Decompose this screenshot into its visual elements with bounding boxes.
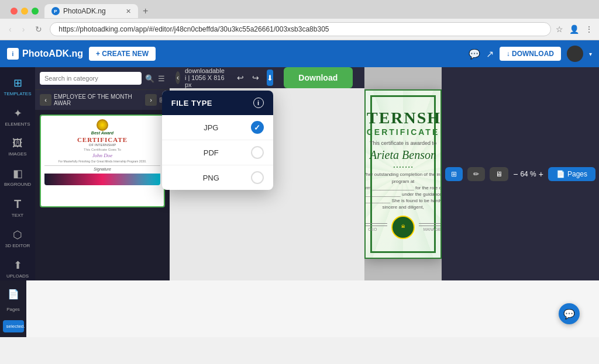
address-text: https://photoadking.com/app/#/editor/j48… [58,25,329,33]
manager-label: MANAGER [419,226,442,231]
cert-title: INTERNSHIP [364,109,442,127]
draw-button[interactable]: ✏ [467,167,485,181]
tab-favicon: P [51,7,60,15]
active-tab[interactable]: P PhotoADK.ng ✕ [44,4,138,18]
text-icon: T [14,197,21,211]
sidebar-item-images[interactable]: 🖼 IMAGES [0,133,35,161]
header-download-button[interactable]: ↓ DOWNLOAD [500,47,561,61]
maximize-dot[interactable] [32,8,39,15]
list-view-button[interactable]: ☰ [158,74,165,83]
tab-close-button[interactable]: ✕ [126,8,131,15]
uploads-icon: ⬆ [13,259,22,272]
pdf-option[interactable]: PDF [162,140,273,165]
minimize-dot[interactable] [21,8,28,15]
sidebar-item-elements[interactable]: ✦ ELEMENTS [0,102,35,131]
sidebar-item-uploads[interactable]: ⬆ UPLOADS [0,254,35,280]
images-icon: 🖼 [12,137,23,150]
canvas-main: INTERNSHIP CERTIFICATE This certificate … [364,67,442,280]
certificate-canvas[interactable]: INTERNSHIP CERTIFICATE This certificate … [364,89,442,259]
elements-icon: ✦ [13,107,22,120]
zoom-in-button[interactable]: + [539,169,543,179]
bookmark-icon[interactable]: ☆ [556,25,563,34]
undo-button[interactable]: ↩ [234,72,247,84]
account-icon[interactable]: 👤 [569,25,579,34]
right-panel: 📄 Pages selected. [0,280,26,337]
close-dot[interactable] [11,8,18,15]
social-share-icon[interactable]: ↗ [486,48,494,60]
template-card-1[interactable]: Best Award CERTIFICATE OF INTERNSHIP Thi… [40,115,165,207]
sidebar-item-text[interactable]: T TEXT [0,193,35,223]
ceo-label: CEO [364,226,387,231]
category-next-button[interactable]: › [145,94,157,106]
file-type-label: FILE TYPE [171,99,212,108]
download-canvas-icon: ⬇ [267,74,273,82]
category-prev-button[interactable]: ‹ [40,94,51,106]
logo-icon: i [7,48,19,60]
sidebar: ⊞ TEMPLATES ✦ ELEMENTS 🖼 IMAGES ◧ BKGROU… [0,67,35,280]
address-bar[interactable]: https://photoadking.com/app/#/editor/j48… [50,22,551,36]
background-icon: ◧ [13,167,23,180]
redo-button[interactable]: ↪ [249,72,262,84]
pdf-radio[interactable] [251,146,264,159]
forward-button[interactable]: › [19,23,28,35]
canvas-info: downloadable i | 1056 X 816 px [185,67,225,88]
chat-icon: 💬 [563,308,575,320]
reload-button[interactable]: ↻ [32,23,45,35]
logo-text: PhotoADK.ng [22,48,83,59]
3d-editor-icon: ⬡ [13,228,22,241]
right-panel-pages-icon[interactable]: 📄 [4,285,23,303]
new-tab-button[interactable]: + [138,4,153,19]
app-logo: i PhotoADK.ng [7,48,83,60]
cert-body1: For him/her outstanding completion of th… [364,171,442,210]
category-label: EMPLOYEE OF THE MONTH AWAR [54,93,143,106]
grid-view-button[interactable]: ⊞ [445,167,463,181]
zoom-level: 64 % [520,170,536,178]
dropdown-download-button[interactable]: Download [284,67,353,88]
cert-divider: • • • • • • • [364,164,442,169]
cert-awarded-to: This certificate is awarded to [364,140,442,146]
cert-recipient: Arieta Benson [364,148,442,162]
canvas-bottom-toolbar: ⊞ ✏ 🖥 − 64 % + 📄 Pages [442,67,599,280]
left-panel: 🔍 ☰ ‹ EMPLOYEE OF THE MONTH AWAR › ⊞ Bes… [35,67,170,280]
png-radio[interactable] [251,171,264,184]
search-input[interactable] [40,72,142,85]
zoom-out-button[interactable]: − [513,169,518,179]
avatar-dropdown-arrow[interactable]: ▾ [589,51,592,57]
right-panel-pages-label: Pages [6,307,20,312]
dropdown-header: FILE TYPE i [162,91,273,115]
sidebar-item-3d-editor[interactable]: ⬡ 3D EDITOR [0,224,35,253]
jpg-radio[interactable]: ✓ [251,121,264,134]
templates-icon: ⊞ [13,77,22,89]
sidebar-item-templates[interactable]: ⊞ TEMPLATES [0,72,35,101]
info-icon[interactable]: i [253,98,264,108]
cert-footer: CEO 🏛 MANAGER [364,216,442,239]
monitor-button[interactable]: 🖥 [490,167,508,181]
pages-button[interactable]: 📄 Pages [548,167,595,181]
sidebar-item-background[interactable]: ◧ BKGROUND [0,162,35,192]
chat-bubble-button[interactable]: 💬 [559,303,580,324]
page-icon: 📄 [556,170,565,178]
share-icon[interactable]: 💬 [469,48,480,60]
canvas-download-button[interactable]: ⬇ FILE TYPE i JPG ✓ [267,70,273,86]
back-button[interactable]: ‹ [6,23,15,35]
jpg-option[interactable]: JPG ✓ [162,115,273,140]
png-option[interactable]: PNG [162,165,273,190]
user-avatar[interactable] [567,46,583,62]
canvas-area: ‹ downloadable i | 1056 X 816 px ↩ ↪ ⬇ F… [170,67,364,280]
menu-icon[interactable]: ⋮ [585,25,593,34]
cert-seal: 🏛 [391,216,415,239]
search-button[interactable]: 🔍 [145,74,154,83]
file-type-dropdown: FILE TYPE i JPG ✓ PDF [162,91,273,190]
tab-label: PhotoADK.ng [63,7,106,15]
selected-indicator: selected. [3,320,24,332]
canvas-prev-button[interactable]: ‹ [175,71,180,84]
cert-subtitle: CERTIFICATE [364,127,442,137]
create-new-button[interactable]: + CREATE NEW [89,47,156,61]
